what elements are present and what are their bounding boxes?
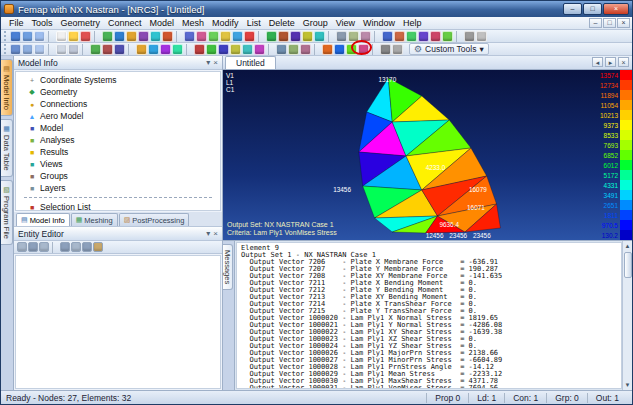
entity-editor-toolbar-icon[interactable] [60, 242, 70, 252]
tree-item[interactable]: +Coordinate Systems [16, 74, 220, 86]
toolbar-icon[interactable] [464, 31, 475, 42]
toolbar-icon[interactable] [196, 31, 207, 42]
mdi-minimize-button[interactable]: – [589, 18, 602, 28]
toolbar-icon[interactable] [22, 44, 33, 55]
pane-close-icon[interactable]: × [213, 58, 218, 67]
entity-editor-toolbar-icon[interactable] [71, 242, 81, 252]
toolbar-icon[interactable] [208, 31, 219, 42]
close-button[interactable]: × [603, 3, 629, 15]
scroll-right-icon[interactable]: ▸ [605, 57, 616, 67]
mdi-close-button[interactable]: × [617, 18, 630, 28]
panel-tab[interactable]: ▤Model Info [16, 213, 70, 226]
tree-item[interactable]: ■Model [16, 122, 220, 134]
status-cell[interactable]: Grp: 0 [546, 393, 587, 403]
pane-menu-icon[interactable]: ▾ [206, 229, 210, 238]
toolbar-icon[interactable] [430, 31, 441, 42]
scroll-up-icon[interactable]: ▲ [625, 242, 631, 250]
menu-item[interactable]: Modify [208, 18, 243, 28]
toolbar-icon[interactable] [148, 44, 159, 55]
entity-editor-toolbar-icon[interactable] [82, 242, 92, 252]
toolbar-icon[interactable] [302, 31, 313, 42]
toolbar-grip[interactable] [4, 44, 7, 54]
toolbar-icon[interactable] [102, 31, 113, 42]
scroll-thumb[interactable] [624, 252, 632, 278]
toolbar-icon[interactable] [348, 31, 359, 42]
pane-menu-icon[interactable]: ▾ [206, 58, 210, 67]
toolbar-icon[interactable] [244, 31, 255, 42]
toolbar-icon[interactable] [22, 31, 33, 42]
pane-close-icon[interactable]: × [213, 229, 218, 238]
toolbar-icon[interactable] [220, 31, 231, 42]
toolbar-icon[interactable] [266, 31, 277, 42]
title-bar[interactable]: Femap with NX Nastran - [NRC3] - [Untitl… [1, 1, 632, 17]
toolbar-icon[interactable] [358, 44, 369, 55]
toolbar-icon[interactable] [276, 44, 287, 55]
menu-item[interactable]: File [5, 18, 28, 28]
toolbar-icon[interactable] [184, 31, 195, 42]
toolbar-icon[interactable] [230, 44, 241, 55]
toolbar-icon[interactable] [442, 31, 453, 42]
toolbar-icon[interactable] [290, 31, 301, 42]
entity-editor-toolbar-icon[interactable] [17, 242, 27, 252]
model-info-header[interactable]: Model Info ▾ × [14, 56, 222, 70]
toolbar-icon[interactable] [418, 31, 429, 42]
toolbar-icon[interactable] [392, 44, 403, 55]
scroll-down-icon[interactable]: ▼ [625, 381, 631, 389]
menu-item[interactable]: View [332, 18, 359, 28]
panel-tab[interactable]: ▨PostProcessing [119, 213, 190, 226]
toolbar-icon[interactable] [278, 31, 289, 42]
tree-item[interactable]: ■Analyses [16, 134, 220, 146]
toolbar-icon[interactable] [34, 31, 45, 42]
entity-editor-toolbar-icon[interactable] [39, 242, 49, 252]
messages-tab[interactable]: Messages [223, 244, 233, 290]
tree-item[interactable]: ▲Aero Model [16, 110, 220, 122]
status-cell[interactable]: Con: 1 [504, 393, 546, 403]
toolbar-icon[interactable] [80, 31, 91, 42]
side-tab[interactable]: ▤Model Info [1, 59, 13, 116]
maximize-button[interactable]: □ [583, 3, 602, 15]
toolbar-icon[interactable] [254, 44, 265, 55]
tree-item[interactable]: ●Connections [16, 98, 220, 110]
menu-item[interactable]: Mesh [178, 18, 208, 28]
toolbar-icon[interactable] [56, 31, 67, 42]
tree-item[interactable]: ■Groups [16, 170, 220, 182]
toolbar-icon[interactable] [56, 44, 67, 55]
tree-item[interactable]: ■Layers [16, 182, 220, 194]
toolbar-icon[interactable] [346, 44, 357, 55]
toolbar-icon[interactable] [314, 31, 325, 42]
toolbar-icon[interactable] [406, 31, 417, 42]
toolbar-icon[interactable] [380, 44, 391, 55]
status-cell[interactable]: Ld: 1 [468, 393, 504, 403]
graphics-area[interactable]: 131704233.01345616079160719636.412456234… [223, 70, 632, 240]
toolbar-icon[interactable] [90, 44, 101, 55]
toolbar-icon[interactable] [10, 44, 21, 55]
menu-item[interactable]: Model [146, 18, 179, 28]
toolbar-icon[interactable] [382, 31, 393, 42]
side-tab[interactable]: ▧Program File [1, 180, 13, 245]
toolbar-icon[interactable] [102, 44, 113, 55]
menu-item[interactable]: Help [399, 18, 426, 28]
close-view-icon[interactable]: × [618, 57, 629, 67]
toolbar-icon[interactable] [360, 31, 371, 42]
tree-item[interactable]: ◆Geometry [16, 86, 220, 98]
custom-tools-dropdown[interactable]: ⚙ Custom Tools ▾ [409, 43, 489, 55]
menu-item[interactable]: Tools [28, 18, 57, 28]
scroll-left-icon[interactable]: ◂ [592, 57, 603, 67]
toolbar-icon[interactable] [242, 44, 253, 55]
toolbar-icon[interactable] [114, 44, 125, 55]
menu-item[interactable]: Window [359, 18, 399, 28]
tree-item[interactable]: ■Selection List [16, 201, 220, 211]
toolbar-icon[interactable] [160, 44, 171, 55]
status-cell[interactable]: Prop 0 [426, 393, 468, 403]
toolbar-icon[interactable] [114, 31, 125, 42]
menu-item[interactable]: Geometry [57, 18, 105, 28]
toolbar-grip[interactable] [4, 31, 7, 41]
toolbar-icon[interactable] [394, 31, 405, 42]
menu-item[interactable]: Group [299, 18, 332, 28]
toolbar-icon[interactable] [68, 44, 79, 55]
toolbar-icon[interactable] [136, 44, 147, 55]
toolbar-icon[interactable] [138, 31, 149, 42]
side-tab[interactable]: ▦Data Table [1, 119, 13, 177]
toolbar-icon[interactable] [150, 31, 161, 42]
tree-item[interactable]: ■Views [16, 158, 220, 170]
